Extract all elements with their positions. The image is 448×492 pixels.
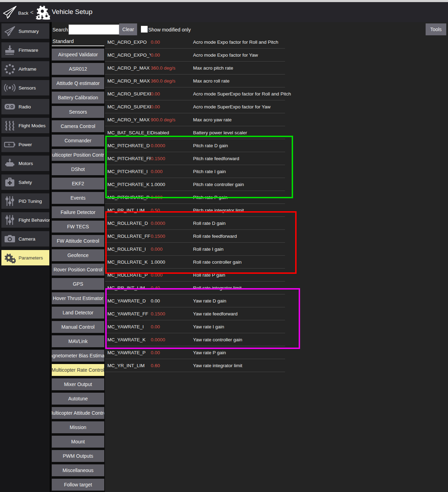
sliders-icon <box>4 214 16 226</box>
param-row-mc_yawrate_k[interactable]: MC_YAWRATE_K0.0000Yaw rate controller ga… <box>105 333 285 346</box>
sidebar-item-label: Radio <box>19 104 31 109</box>
group-button-events[interactable]: Events <box>52 192 104 204</box>
group-button-mission[interactable]: Mission <box>52 421 104 433</box>
medkit-icon <box>4 177 16 188</box>
group-button-fw-tecs[interactable]: FW TECS <box>52 221 104 233</box>
param-name: MC_BAT_SCALE_EN <box>105 130 151 135</box>
param-row-mc_pitchrate_ff[interactable]: MC_PITCHRATE_FF0.1500Pitch rate feedforw… <box>105 152 285 165</box>
airframe-dots-icon <box>4 63 16 74</box>
param-row-mc_acro_p_max[interactable]: MC_ACRO_P_MAX360.0 deg/sMax acro pitch r… <box>105 62 285 74</box>
group-button-rover-position-control[interactable]: Rover Position Control <box>52 264 104 276</box>
param-row-mc_acro_r_max[interactable]: MC_ACRO_R_MAX360.0 deg/sMax acro roll ra… <box>105 74 285 87</box>
sidebar-item-airframe[interactable]: Airframe <box>1 61 49 77</box>
param-row-mc_acro_supexpo[interactable]: MC_ACRO_SUPEXPO0.00Acro mode SuperExpo f… <box>105 87 285 100</box>
sidebar-item-pid-tuning[interactable]: PID Tuning <box>1 193 49 209</box>
param-row-mc_acro_supexpoy[interactable]: MC_ACRO_SUPEXPOY0.00Acro mode SuperExpo … <box>105 100 285 113</box>
param-description: Battery power level scaler <box>193 130 247 135</box>
param-row-mc_yawrate_i[interactable]: MC_YAWRATE_I0.00Yaw rate I gain <box>105 320 285 333</box>
group-button-fw-attitude-control[interactable]: FW Attitude Control <box>52 235 104 247</box>
show-modified-checkbox[interactable] <box>141 26 148 33</box>
param-row-mc_rollrate_p[interactable]: MC_ROLLRATE_P0.000Roll rate P gain <box>105 269 285 281</box>
sidebar-item-motors[interactable]: Motors <box>1 156 49 171</box>
clear-button[interactable]: Clear <box>119 23 137 35</box>
sidebar-item-label: Camera <box>19 236 35 242</box>
group-button-mount[interactable]: Mount <box>52 436 104 448</box>
group-button-battery-calibration[interactable]: Battery Calibration <box>52 92 104 104</box>
sidebar-item-safety[interactable]: Safety <box>1 174 49 190</box>
param-row-mc_rollrate_i[interactable]: MC_ROLLRATE_I0.000Roll rate I gain <box>105 243 285 256</box>
group-button-follow-target[interactable]: Follow target <box>52 479 104 491</box>
breadcrumb-chevron: < <box>30 9 34 16</box>
param-description: Pitch rate feedforward <box>193 156 239 161</box>
group-button-dshot[interactable]: DShot <box>52 163 104 175</box>
sidebar-item-flight-modes[interactable]: Flight Modes <box>1 118 49 133</box>
sidebar-item-summary[interactable]: Summary <box>1 23 49 39</box>
sidebar-item-firmware[interactable]: Firmware <box>1 42 49 58</box>
param-row-mc_bat_scale_en[interactable]: MC_BAT_SCALE_ENDisabledBattery power lev… <box>105 126 285 139</box>
group-button-attitude-q-estimator[interactable]: Attitude Q estimator <box>52 77 104 89</box>
param-description: Yaw rate controller gain <box>193 337 242 342</box>
param-row-mc_yawrate_ff[interactable]: MC_YAWRATE_FF0.1500Yaw rate feedforward <box>105 307 285 320</box>
param-row-mc_acro_y_max[interactable]: MC_ACRO_Y_MAX900.0 deg/sMax acro yaw rat… <box>105 113 285 126</box>
group-button-ekf2[interactable]: EKF2 <box>52 178 104 190</box>
sidebar-item-camera[interactable]: Camera <box>1 231 49 247</box>
qgc-paper-plane-icon[interactable] <box>2 5 17 20</box>
group-button-camera-control[interactable]: Camera Control <box>52 120 104 132</box>
group-button-magnetometer-bias-estimator[interactable]: Magnetometer Bias Estimator <box>52 350 104 362</box>
param-description: Max acro yaw rate <box>193 117 232 122</box>
group-button-commander[interactable]: Commander <box>52 135 104 147</box>
param-value: 0.60 <box>151 363 193 368</box>
param-row-mc_rr_int_lim[interactable]: MC_RR_INT_LIM0.40Roll rate integrator li… <box>105 281 285 294</box>
param-row-mc_yawrate_p[interactable]: MC_YAWRATE_P0.00Yaw rate P gain <box>105 346 285 359</box>
param-row-mc_pitchrate_p[interactable]: MC_PITCHRATE_P0.000Pitch rate P gain <box>105 191 285 204</box>
group-button-sensors[interactable]: Sensors <box>52 106 104 118</box>
param-row-mc_pitchrate_i[interactable]: MC_PITCHRATE_I0.000Pitch rate I gain <box>105 165 285 178</box>
tools-button[interactable]: Tools <box>426 23 446 35</box>
group-button-miscellaneous[interactable]: Miscellaneous <box>52 464 104 476</box>
group-button-asr012[interactable]: ASR012 <box>52 63 104 75</box>
group-button-failure-detector[interactable]: Failure Detector <box>52 206 104 218</box>
param-row-mc_pitchrate_d[interactable]: MC_PITCHRATE_D0.0000Pitch rate D gain <box>105 139 285 152</box>
motor-icon <box>4 158 16 169</box>
param-row-mc_acro_expo[interactable]: MC_ACRO_EXPO0.00Acro mode Expo factor fo… <box>105 36 285 49</box>
param-description: Acro mode Expo factor for Roll and Pitch <box>193 40 278 45</box>
group-button-autotune[interactable]: Autotune <box>52 393 104 405</box>
sidebar-item-radio[interactable]: Radio <box>1 99 49 114</box>
group-button-geofence[interactable]: Geofence <box>52 249 104 261</box>
param-row-mc_rollrate_d[interactable]: MC_ROLLRATE_D0.0000Roll rate D gain <box>105 217 285 230</box>
broadcast-icon <box>4 82 16 93</box>
group-button-hover-thrust-estimator[interactable]: Hover Thrust Estimator <box>52 292 104 304</box>
param-name: MC_PITCHRATE_FF <box>105 156 151 161</box>
param-name: MC_ROLLRATE_I <box>105 247 151 252</box>
param-row-mc_rollrate_k[interactable]: MC_ROLLRATE_K1.0000Roll rate controller … <box>105 256 285 269</box>
param-value: 0.1500 <box>151 156 193 161</box>
param-name: MC_PITCHRATE_P <box>105 195 151 200</box>
group-button-multicopter-attitude-control[interactable]: Multicopter Attitude Control <box>52 407 104 419</box>
group-button-multicopter-position-control[interactable]: Multicopter Position Control <box>52 149 104 161</box>
group-button-pwm-outputs[interactable]: PWM Outputs <box>52 450 104 462</box>
param-description: Roll rate I gain <box>193 247 223 252</box>
param-row-mc_yawrate_d[interactable]: MC_YAWRATE_D0.00Yaw rate D gain <box>105 294 285 307</box>
param-row-mc_yr_int_lim[interactable]: MC_YR_INT_LIM0.60Yaw rate integrator lim… <box>105 359 285 372</box>
param-name: MC_ACRO_Y_MAX <box>105 117 151 122</box>
param-row-mc_pitchrate_k[interactable]: MC_PITCHRATE_K1.0000Pitch rate controlle… <box>105 178 285 191</box>
group-button-airspeed-validator[interactable]: Airspeed Validator <box>52 49 104 60</box>
group-button-gps[interactable]: GPS <box>52 278 104 290</box>
sidebar-item-power[interactable]: Power <box>1 137 49 152</box>
sidebar-item-sensors[interactable]: Sensors <box>1 80 49 95</box>
group-button-multicopter-rate-control[interactable]: Multicopter Rate Control <box>52 364 104 376</box>
group-button-mavlink[interactable]: MAVLink <box>52 335 104 347</box>
group-button-land-detector[interactable]: Land Detector <box>52 307 104 319</box>
param-row-mc_acro_expo_y[interactable]: MC_ACRO_EXPO_Y0.00Acro mode Expo factor … <box>105 49 285 62</box>
param-row-mc_pr_int_lim[interactable]: MC_PR_INT_LIM0.50Pitch rate integrator l… <box>105 204 285 217</box>
group-button-manual-control[interactable]: Manual Control <box>52 321 104 333</box>
param-value: 0.0000 <box>151 221 193 226</box>
group-button-mixer-output[interactable]: Mixer Output <box>52 378 104 390</box>
param-row-mc_rollrate_ff[interactable]: MC_ROLLRATE_FF0.1500Roll rate feedforwar… <box>105 230 285 243</box>
sidebar-item-parameters[interactable]: Parameters <box>1 250 49 265</box>
wavy-lines-icon <box>4 120 16 131</box>
back-button[interactable]: Back <box>18 10 28 16</box>
search-input[interactable] <box>69 24 119 35</box>
show-modified-label[interactable]: Show modified only <box>148 27 191 33</box>
sidebar-item-flight-behavior[interactable]: Flight Behavior <box>1 212 49 228</box>
